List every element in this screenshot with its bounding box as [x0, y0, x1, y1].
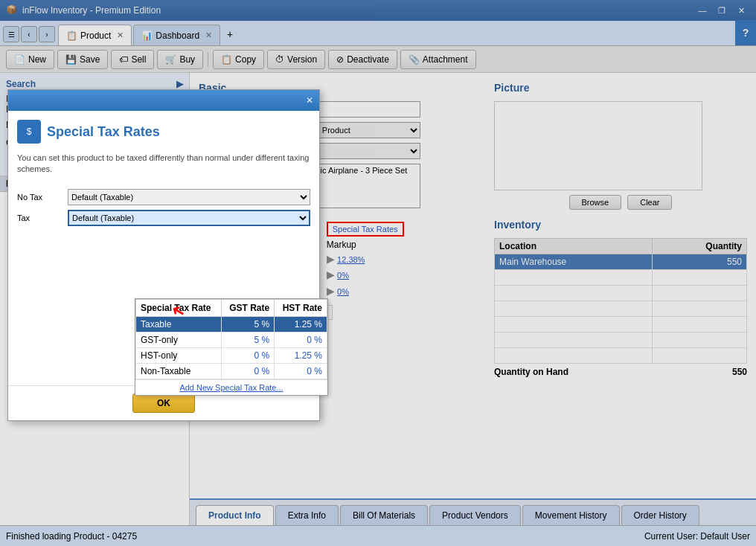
- tax-name: Non-Taxable: [136, 364, 222, 379]
- tax-hst: 1.25 %: [275, 348, 327, 364]
- tax-gst: 0 %: [221, 364, 275, 379]
- tax-table-row[interactable]: Non-Taxable 0 % 0 %: [136, 364, 327, 379]
- tax-label: Tax: [17, 213, 62, 222]
- no-tax-label: No Tax: [17, 193, 62, 202]
- modal-description: You can set this product to be taxed dif…: [8, 152, 319, 183]
- modal-title: Special Tax Rates: [47, 124, 160, 140]
- tax-hst: 0 %: [275, 333, 327, 348]
- tax-gst: 5 %: [221, 333, 275, 348]
- tax-name: HST-only: [136, 348, 222, 364]
- modal-close-button[interactable]: ✕: [306, 95, 313, 106]
- col-gst-rate: GST Rate: [221, 300, 275, 317]
- tax-hst: 1.25 %: [275, 317, 327, 333]
- tax-table-row[interactable]: HST-only 0 % 1.25 %: [136, 348, 327, 364]
- tax-dropdown: Special Tax Rate GST Rate HST Rate Taxab…: [135, 298, 328, 396]
- tax-table-row[interactable]: Taxable 5 % 1.25 %: [136, 317, 327, 333]
- modal-overlay: ✕ $ Special Tax Rates You can set this p…: [0, 0, 756, 546]
- tax-rate-table: Special Tax Rate GST Rate HST Rate Taxab…: [135, 299, 327, 379]
- tax-table-row[interactable]: GST-only 5 % 0 %: [136, 333, 327, 348]
- tax-select[interactable]: Default (Taxable): [68, 210, 310, 226]
- tax-hst: 0 %: [275, 364, 327, 379]
- ok-button[interactable]: OK: [132, 394, 195, 413]
- add-new-tax-link[interactable]: Add New Special Tax Rate...: [135, 379, 327, 395]
- modal-header: ✕: [8, 90, 319, 111]
- modal-form: No Tax Default (Taxable) Tax Default (Ta…: [8, 183, 319, 237]
- no-tax-select[interactable]: Default (Taxable): [68, 189, 310, 205]
- tax-gst: 5 %: [221, 317, 275, 333]
- modal-icon: $: [17, 120, 41, 144]
- col-hst-rate: HST Rate: [275, 300, 327, 317]
- no-tax-row: No Tax Default (Taxable): [17, 189, 310, 205]
- tax-row: Tax Default (Taxable): [17, 210, 310, 226]
- tax-table-header: Special Tax Rate GST Rate HST Rate: [136, 300, 327, 317]
- tax-gst: 0 %: [221, 348, 275, 364]
- tax-name: GST-only: [136, 333, 222, 348]
- modal-title-area: $ Special Tax Rates: [8, 111, 319, 152]
- special-tax-modal: ✕ $ Special Tax Rates You can set this p…: [7, 89, 320, 421]
